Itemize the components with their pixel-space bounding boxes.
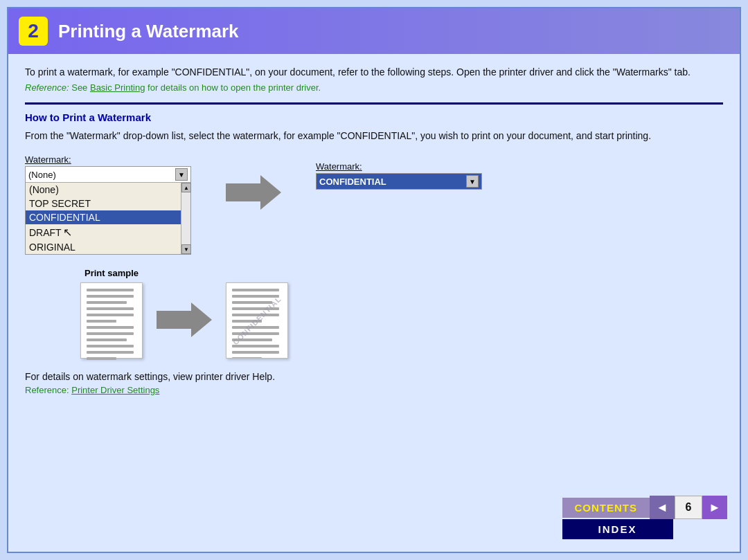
doc-line [232,345,279,347]
basic-printing-link[interactable]: Basic Printing [90,82,145,93]
bottom-reference: Reference: Printer Driver Settings [25,385,723,395]
doc-line [87,320,116,323]
wm-item-topsecret[interactable]: TOP SECRET [26,197,181,210]
next-button[interactable]: ► [702,496,727,519]
doc-line [232,351,279,354]
section-divider [25,102,723,105]
doc-line [87,351,134,354]
left-demo: Watermark: (None) ▼ (None) TOP SECRET CO… [25,154,191,255]
wm-result-value: CONFIDENTIAL [319,177,466,187]
page-title: Printing a Watermark [58,21,239,42]
wm-scroll-up[interactable]: ▲ [181,183,191,192]
page-number: 6 [675,496,702,519]
printer-driver-settings-link[interactable]: Printer Driver Settings [71,385,159,395]
doc-line [87,332,134,335]
doc-line [87,295,134,298]
ref-label-1: Reference: [25,82,69,93]
wm-result-bar[interactable]: CONFIDENTIAL ▼ [317,174,481,189]
arrow-right-2 [157,302,212,337]
wm-scroll-down[interactable]: ▼ [181,244,191,254]
bottom-text: For details on watermark settings, view … [25,371,723,382]
svg-marker-0 [226,175,281,210]
wm-scroll-track[interactable] [181,192,190,244]
doc-after-wrapper: CONFIDENTIAL [226,282,288,359]
doc-line [232,295,279,298]
footer-row-top: CONTENTS ◄ 6 ► [562,496,728,519]
intro-text: To print a watermark, for example "CONFI… [25,65,723,80]
doc-line [232,357,262,359]
ref-text-1: See [71,82,90,93]
wm-item-draft[interactable]: DRAFT↖ [26,224,181,240]
wm-result-label-text: Watermark: [316,161,362,172]
print-sample-left: Print sample [80,268,143,359]
doc-before [80,282,143,359]
doc-lines-before [87,289,136,360]
doc-line [87,326,134,329]
footer-nav: CONTENTS ◄ 6 ► INDEX [562,496,728,539]
print-sample-label: Print sample [84,268,139,278]
wm-label-rest: atermark: [33,154,71,165]
wm-list: (None) TOP SECRET CONFIDENTIAL DRAFT↖ OR… [26,183,190,254]
arrow-right-1 [226,175,281,210]
doc-line [87,357,116,360]
chapter-number: 2 [19,17,48,46]
footer-row-bottom: INDEX [562,519,728,539]
right-demo: Watermark: CONFIDENTIAL ▼ [316,161,482,190]
wm-item-confidential[interactable]: CONFIDENTIAL [26,210,181,224]
wm-top-value: (None) [28,170,175,180]
wm-result-label: Watermark: [316,161,482,172]
section-title: How to Print a Watermark [25,111,723,123]
wm-result-box: CONFIDENTIAL ▼ [316,173,482,190]
wm-item-original[interactable]: ORIGINAL [26,240,181,254]
wm-list-items: (None) TOP SECRET CONFIDENTIAL DRAFT↖ OR… [26,183,181,254]
wm-label: Watermark: [25,154,191,165]
cursor-icon: ↖ [63,226,72,239]
prev-button[interactable]: ◄ [650,496,675,519]
bottom-ref-label: Reference: [25,385,69,395]
contents-button[interactable]: CONTENTS [562,498,650,518]
wm-item-none[interactable]: (None) [26,183,181,197]
doc-line [232,301,272,304]
doc-line [232,289,279,291]
content-area: To print a watermark, for example "CONFI… [8,54,740,406]
index-button[interactable]: INDEX [562,519,673,539]
svg-marker-1 [157,302,212,337]
doc-line [87,338,127,341]
ref-suffix-1: for details on how to open the printer d… [148,82,321,93]
doc-line [87,301,127,304]
doc-line [87,289,134,291]
reference-line-1: Reference: See Basic Printing for detail… [25,82,723,93]
wm-top-bar[interactable]: (None) ▼ [26,167,190,183]
doc-line [87,345,134,347]
wm-dropdown-toggle[interactable]: ▼ [175,168,188,181]
demo-area: Watermark: (None) ▼ (None) TOP SECRET CO… [25,154,723,255]
doc-after: CONFIDENTIAL [226,282,288,359]
print-sample-area: Print sample [80,267,723,359]
wm-scrollbar: ▲ ▼ [181,183,190,254]
watermark-select-box: (None) ▼ (None) TOP SECRET CONFIDENTIAL … [25,166,191,255]
section-desc: From the "Watermark" drop-down list, sel… [25,129,723,143]
wm-result-dropdown-arrow[interactable]: ▼ [466,175,479,188]
page-wrapper: 2 Printing a Watermark To print a waterm… [7,7,741,553]
wm-label-char: W [25,154,33,165]
page-header: 2 Printing a Watermark [8,8,740,54]
doc-line [87,314,134,316]
doc-line [87,307,134,310]
